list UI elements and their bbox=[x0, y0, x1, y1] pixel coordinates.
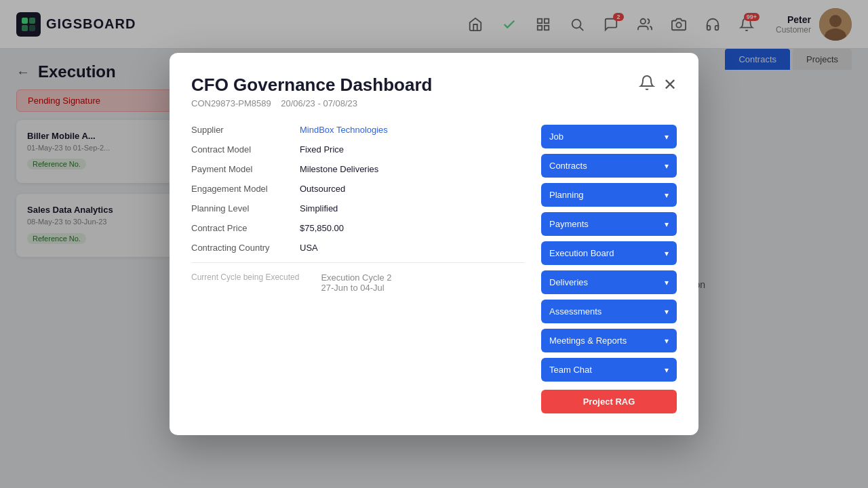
chevron-icon: ▾ bbox=[665, 307, 669, 317]
chevron-icon: ▾ bbox=[665, 190, 669, 200]
assessments-button[interactable]: Assessments ▾ bbox=[541, 300, 677, 323]
cycle-info: Current Cycle being Executed Execution C… bbox=[191, 272, 525, 293]
field-planning-level: Planning Level Simplified bbox=[191, 203, 525, 214]
planning-button[interactable]: Planning ▾ bbox=[541, 183, 677, 207]
bell-icon[interactable] bbox=[639, 75, 655, 95]
deliveries-button[interactable]: Deliveries ▾ bbox=[541, 270, 677, 294]
chevron-icon: ▾ bbox=[665, 365, 669, 375]
modal-body: Supplier MindBox Technologies Contract M… bbox=[191, 125, 677, 413]
close-icon[interactable]: ✕ bbox=[663, 75, 677, 94]
modal-right-panel: Job ▾ Contracts ▾ Planning ▾ Payments ▾ … bbox=[541, 125, 677, 413]
modal-overlay: CFO Governance Dashboard CON29873-PM8589… bbox=[0, 0, 868, 488]
modal-header: CFO Governance Dashboard CON29873-PM8589… bbox=[191, 75, 677, 108]
meetings-reports-button[interactable]: Meetings & Reports ▾ bbox=[541, 329, 677, 352]
chevron-icon: ▾ bbox=[665, 132, 669, 142]
team-chat-button[interactable]: Team Chat ▾ bbox=[541, 358, 677, 382]
modal: CFO Governance Dashboard CON29873-PM8589… bbox=[170, 53, 698, 435]
chevron-icon: ▾ bbox=[665, 220, 669, 229]
project-rag-button[interactable]: Project RAG bbox=[541, 390, 677, 413]
field-contracting-country: Contracting Country USA bbox=[191, 243, 525, 253]
field-contract-price: Contract Price $75,850.00 bbox=[191, 223, 525, 233]
chevron-icon: ▾ bbox=[665, 278, 669, 287]
field-contract-model: Contract Model Fixed Price bbox=[191, 144, 525, 155]
chevron-icon: ▾ bbox=[665, 336, 669, 346]
field-payment-model: Payment Model Milestone Deliveries bbox=[191, 164, 525, 174]
contracts-button[interactable]: Contracts ▾ bbox=[541, 154, 677, 178]
field-supplier: Supplier MindBox Technologies bbox=[191, 125, 525, 135]
supplier-link[interactable]: MindBox Technologies bbox=[300, 125, 388, 135]
field-engagement-model: Engagement Model Outsourced bbox=[191, 184, 525, 194]
modal-meta: CON29873-PM8589 20/06/23 - 07/08/23 bbox=[191, 98, 432, 108]
modal-fields: Supplier MindBox Technologies Contract M… bbox=[191, 125, 525, 413]
execution-board-button[interactable]: Execution Board ▾ bbox=[541, 241, 677, 265]
job-button[interactable]: Job ▾ bbox=[541, 125, 677, 148]
modal-title: CFO Governance Dashboard bbox=[191, 75, 432, 96]
chevron-icon: ▾ bbox=[665, 161, 669, 171]
payments-button[interactable]: Payments ▾ bbox=[541, 212, 677, 236]
chevron-icon: ▾ bbox=[665, 249, 669, 258]
